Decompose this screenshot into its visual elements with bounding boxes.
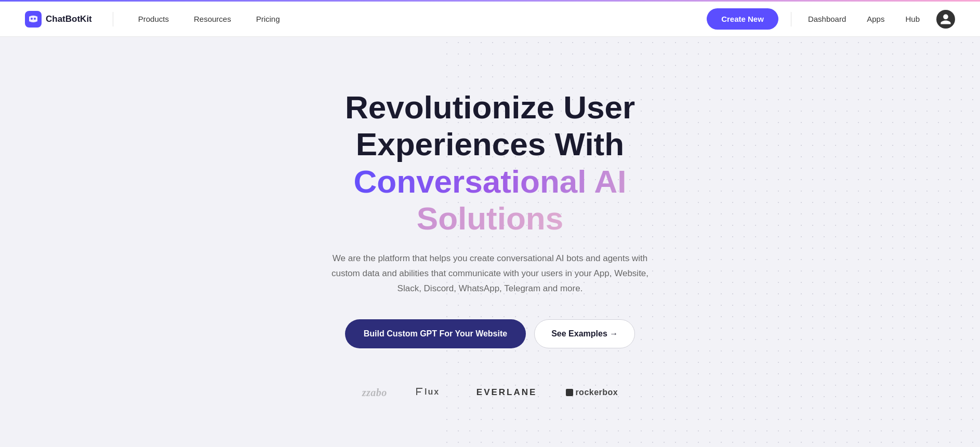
hero-description: We are the platform that helps you creat… (329, 251, 651, 296)
nav-hub[interactable]: Hub (901, 12, 924, 25)
brand-rockerbox: rockerbox (566, 388, 618, 397)
build-gpt-button[interactable]: Build Custom GPT For Your Website (345, 319, 526, 348)
logo-text: ChatBotKit (46, 14, 92, 24)
hero-title-line2: Experiences With (329, 126, 651, 162)
brand-everlane: EVERLANE (476, 387, 537, 398)
svg-rect-5 (416, 391, 421, 392)
navbar-left: ChatBotKit Products Resources Pricing (25, 11, 284, 28)
brand-logos: zzabo lux EVERLANE rockerbox (362, 386, 618, 400)
logo[interactable]: ChatBotKit (25, 11, 92, 28)
nav-divider-left (113, 12, 113, 26)
svg-rect-4 (416, 388, 422, 389)
nav-pricing[interactable]: Pricing (252, 12, 284, 25)
svg-point-1 (31, 18, 33, 20)
nav-products[interactable]: Products (134, 12, 173, 25)
brand-flux: lux (416, 386, 447, 400)
logo-icon (25, 11, 42, 28)
rockerbox-icon (566, 389, 573, 396)
nav-apps[interactable]: Apps (863, 12, 889, 25)
svg-text:lux: lux (425, 387, 440, 396)
svg-point-2 (34, 18, 36, 20)
create-new-button[interactable]: Create New (707, 8, 778, 30)
user-icon (939, 13, 952, 25)
hero-content: Revolutionize User Experiences With Conv… (329, 89, 651, 348)
user-avatar[interactable] (936, 10, 955, 29)
flux-logo-icon: lux (416, 386, 447, 397)
navbar-right: Create New Dashboard Apps Hub (707, 8, 955, 30)
hero-title-line3: Conversational AI (329, 163, 651, 200)
navbar: ChatBotKit Products Resources Pricing Cr… (0, 2, 980, 37)
hero-title-line1: Revolutionize User (329, 89, 651, 126)
see-examples-button[interactable]: See Examples → (534, 319, 635, 348)
nav-divider-right (791, 12, 791, 26)
brand-izzabo: zzabo (362, 387, 387, 399)
hero-title-line4: Solutions (329, 200, 651, 237)
nav-resources[interactable]: Resources (190, 12, 235, 25)
hero-title: Revolutionize User Experiences With Conv… (329, 89, 651, 237)
hero-buttons: Build Custom GPT For Your Website See Ex… (329, 319, 651, 348)
hero-section: Revolutionize User Experiences With Conv… (0, 37, 980, 447)
nav-dashboard[interactable]: Dashboard (804, 12, 850, 25)
